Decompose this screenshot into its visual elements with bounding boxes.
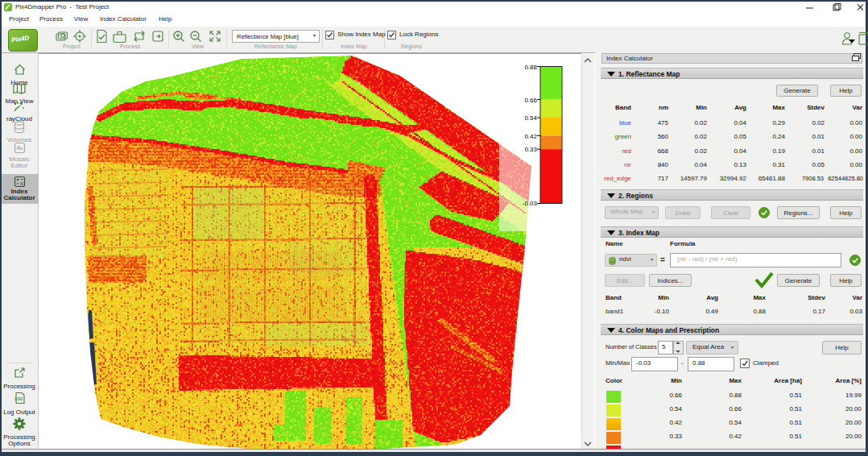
svg-text:0.54: 0.54 xyxy=(524,114,537,122)
svg-text:0.42: 0.42 xyxy=(524,133,537,140)
svg-text:LOG: LOG xyxy=(15,397,23,401)
svg-text:0.33: 0.33 xyxy=(524,146,537,153)
svg-text:-0.03: -0.03 xyxy=(523,200,538,207)
svg-text:0.88: 0.88 xyxy=(524,64,537,71)
svg-text:0.66: 0.66 xyxy=(524,97,537,104)
